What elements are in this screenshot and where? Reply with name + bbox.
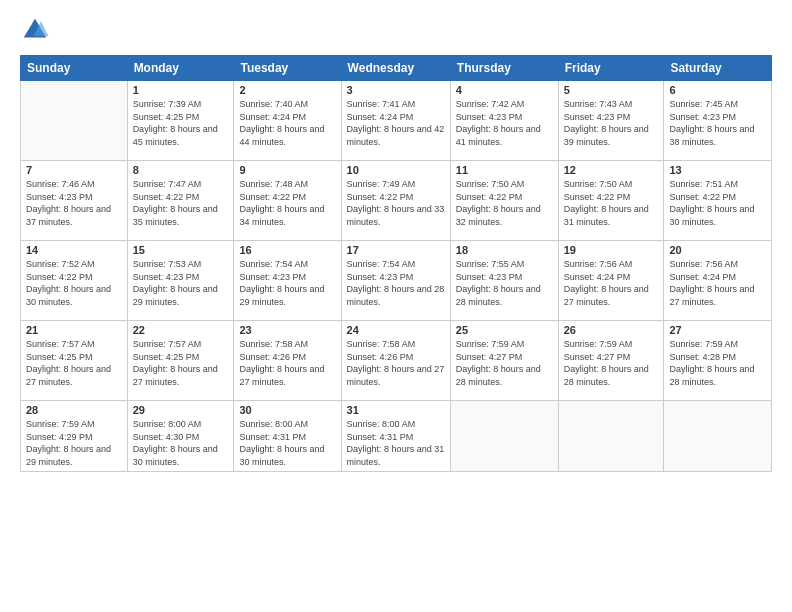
day-number: 17 <box>347 244 445 256</box>
calendar-cell: 18Sunrise: 7:55 AMSunset: 4:23 PMDayligh… <box>450 241 558 321</box>
day-info: Sunrise: 7:46 AMSunset: 4:23 PMDaylight:… <box>26 178 122 228</box>
calendar-table: SundayMondayTuesdayWednesdayThursdayFrid… <box>20 55 772 472</box>
day-number: 26 <box>564 324 659 336</box>
day-info: Sunrise: 7:55 AMSunset: 4:23 PMDaylight:… <box>456 258 553 308</box>
day-info: Sunrise: 7:43 AMSunset: 4:23 PMDaylight:… <box>564 98 659 148</box>
calendar-cell: 15Sunrise: 7:53 AMSunset: 4:23 PMDayligh… <box>127 241 234 321</box>
day-number: 31 <box>347 404 445 416</box>
day-number: 18 <box>456 244 553 256</box>
page: SundayMondayTuesdayWednesdayThursdayFrid… <box>0 0 792 612</box>
day-info: Sunrise: 7:40 AMSunset: 4:24 PMDaylight:… <box>239 98 335 148</box>
day-info: Sunrise: 7:59 AMSunset: 4:28 PMDaylight:… <box>669 338 766 388</box>
weekday-header-saturday: Saturday <box>664 56 772 81</box>
weekday-header-monday: Monday <box>127 56 234 81</box>
weekday-header-sunday: Sunday <box>21 56 128 81</box>
day-number: 25 <box>456 324 553 336</box>
calendar-cell: 12Sunrise: 7:50 AMSunset: 4:22 PMDayligh… <box>558 161 664 241</box>
calendar-cell: 17Sunrise: 7:54 AMSunset: 4:23 PMDayligh… <box>341 241 450 321</box>
day-info: Sunrise: 7:49 AMSunset: 4:22 PMDaylight:… <box>347 178 445 228</box>
calendar-cell: 7Sunrise: 7:46 AMSunset: 4:23 PMDaylight… <box>21 161 128 241</box>
day-info: Sunrise: 7:58 AMSunset: 4:26 PMDaylight:… <box>239 338 335 388</box>
calendar-cell: 20Sunrise: 7:56 AMSunset: 4:24 PMDayligh… <box>664 241 772 321</box>
day-info: Sunrise: 7:53 AMSunset: 4:23 PMDaylight:… <box>133 258 229 308</box>
day-number: 20 <box>669 244 766 256</box>
day-number: 10 <box>347 164 445 176</box>
day-info: Sunrise: 7:47 AMSunset: 4:22 PMDaylight:… <box>133 178 229 228</box>
calendar-cell: 22Sunrise: 7:57 AMSunset: 4:25 PMDayligh… <box>127 321 234 401</box>
day-info: Sunrise: 7:51 AMSunset: 4:22 PMDaylight:… <box>669 178 766 228</box>
weekday-header-row: SundayMondayTuesdayWednesdayThursdayFrid… <box>21 56 772 81</box>
day-info: Sunrise: 7:39 AMSunset: 4:25 PMDaylight:… <box>133 98 229 148</box>
weekday-header-wednesday: Wednesday <box>341 56 450 81</box>
day-number: 23 <box>239 324 335 336</box>
calendar-cell: 16Sunrise: 7:54 AMSunset: 4:23 PMDayligh… <box>234 241 341 321</box>
day-number: 13 <box>669 164 766 176</box>
day-info: Sunrise: 7:48 AMSunset: 4:22 PMDaylight:… <box>239 178 335 228</box>
header <box>20 15 772 45</box>
day-number: 28 <box>26 404 122 416</box>
day-number: 11 <box>456 164 553 176</box>
week-row-0: 1Sunrise: 7:39 AMSunset: 4:25 PMDaylight… <box>21 81 772 161</box>
calendar-cell: 21Sunrise: 7:57 AMSunset: 4:25 PMDayligh… <box>21 321 128 401</box>
day-info: Sunrise: 7:54 AMSunset: 4:23 PMDaylight:… <box>347 258 445 308</box>
calendar-cell: 11Sunrise: 7:50 AMSunset: 4:22 PMDayligh… <box>450 161 558 241</box>
calendar-cell: 23Sunrise: 7:58 AMSunset: 4:26 PMDayligh… <box>234 321 341 401</box>
calendar-cell: 24Sunrise: 7:58 AMSunset: 4:26 PMDayligh… <box>341 321 450 401</box>
calendar-cell: 14Sunrise: 7:52 AMSunset: 4:22 PMDayligh… <box>21 241 128 321</box>
day-number: 21 <box>26 324 122 336</box>
day-number: 1 <box>133 84 229 96</box>
day-number: 15 <box>133 244 229 256</box>
calendar-cell: 5Sunrise: 7:43 AMSunset: 4:23 PMDaylight… <box>558 81 664 161</box>
calendar-cell: 6Sunrise: 7:45 AMSunset: 4:23 PMDaylight… <box>664 81 772 161</box>
day-info: Sunrise: 7:45 AMSunset: 4:23 PMDaylight:… <box>669 98 766 148</box>
calendar-cell: 4Sunrise: 7:42 AMSunset: 4:23 PMDaylight… <box>450 81 558 161</box>
day-info: Sunrise: 8:00 AMSunset: 4:31 PMDaylight:… <box>347 418 445 468</box>
weekday-header-friday: Friday <box>558 56 664 81</box>
day-info: Sunrise: 7:52 AMSunset: 4:22 PMDaylight:… <box>26 258 122 308</box>
calendar-cell <box>558 401 664 472</box>
week-row-3: 21Sunrise: 7:57 AMSunset: 4:25 PMDayligh… <box>21 321 772 401</box>
weekday-header-tuesday: Tuesday <box>234 56 341 81</box>
day-number: 14 <box>26 244 122 256</box>
calendar-cell: 28Sunrise: 7:59 AMSunset: 4:29 PMDayligh… <box>21 401 128 472</box>
day-info: Sunrise: 7:59 AMSunset: 4:27 PMDaylight:… <box>564 338 659 388</box>
day-info: Sunrise: 7:50 AMSunset: 4:22 PMDaylight:… <box>564 178 659 228</box>
week-row-1: 7Sunrise: 7:46 AMSunset: 4:23 PMDaylight… <box>21 161 772 241</box>
calendar-cell <box>664 401 772 472</box>
day-number: 5 <box>564 84 659 96</box>
day-info: Sunrise: 7:42 AMSunset: 4:23 PMDaylight:… <box>456 98 553 148</box>
calendar-cell: 10Sunrise: 7:49 AMSunset: 4:22 PMDayligh… <box>341 161 450 241</box>
calendar-cell: 2Sunrise: 7:40 AMSunset: 4:24 PMDaylight… <box>234 81 341 161</box>
day-number: 29 <box>133 404 229 416</box>
day-info: Sunrise: 8:00 AMSunset: 4:31 PMDaylight:… <box>239 418 335 468</box>
calendar-cell: 19Sunrise: 7:56 AMSunset: 4:24 PMDayligh… <box>558 241 664 321</box>
day-number: 6 <box>669 84 766 96</box>
day-info: Sunrise: 7:50 AMSunset: 4:22 PMDaylight:… <box>456 178 553 228</box>
day-number: 19 <box>564 244 659 256</box>
logo <box>20 15 54 45</box>
day-number: 9 <box>239 164 335 176</box>
calendar-cell: 3Sunrise: 7:41 AMSunset: 4:24 PMDaylight… <box>341 81 450 161</box>
day-number: 3 <box>347 84 445 96</box>
calendar-cell: 30Sunrise: 8:00 AMSunset: 4:31 PMDayligh… <box>234 401 341 472</box>
day-info: Sunrise: 7:57 AMSunset: 4:25 PMDaylight:… <box>26 338 122 388</box>
calendar-cell: 13Sunrise: 7:51 AMSunset: 4:22 PMDayligh… <box>664 161 772 241</box>
day-number: 30 <box>239 404 335 416</box>
calendar-cell: 1Sunrise: 7:39 AMSunset: 4:25 PMDaylight… <box>127 81 234 161</box>
day-info: Sunrise: 7:57 AMSunset: 4:25 PMDaylight:… <box>133 338 229 388</box>
calendar-cell: 31Sunrise: 8:00 AMSunset: 4:31 PMDayligh… <box>341 401 450 472</box>
day-info: Sunrise: 7:56 AMSunset: 4:24 PMDaylight:… <box>669 258 766 308</box>
calendar-cell <box>450 401 558 472</box>
day-number: 4 <box>456 84 553 96</box>
day-number: 8 <box>133 164 229 176</box>
day-info: Sunrise: 7:41 AMSunset: 4:24 PMDaylight:… <box>347 98 445 148</box>
weekday-header-thursday: Thursday <box>450 56 558 81</box>
calendar-cell <box>21 81 128 161</box>
day-number: 16 <box>239 244 335 256</box>
logo-icon <box>20 15 50 45</box>
day-number: 24 <box>347 324 445 336</box>
calendar-cell: 27Sunrise: 7:59 AMSunset: 4:28 PMDayligh… <box>664 321 772 401</box>
day-number: 7 <box>26 164 122 176</box>
day-number: 2 <box>239 84 335 96</box>
day-number: 12 <box>564 164 659 176</box>
